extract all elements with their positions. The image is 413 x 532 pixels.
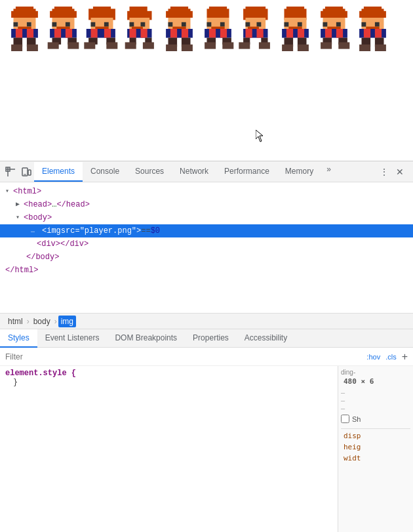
ellipsis-button[interactable]: … <box>26 226 39 236</box>
svg-rect-108 <box>298 45 309 51</box>
tab-properties[interactable]: Properties <box>185 329 237 348</box>
svg-rect-21 <box>66 22 70 27</box>
svg-rect-87 <box>257 22 262 27</box>
svg-rect-69 <box>182 45 193 51</box>
svg-rect-33 <box>91 22 96 27</box>
tab-console[interactable]: Console <box>83 162 127 182</box>
settings-icon[interactable]: ⋮ <box>376 164 392 180</box>
svg-rect-28 <box>48 42 59 49</box>
element-style-label: element.style { <box>5 369 76 378</box>
svg-rect-55 <box>143 42 154 49</box>
attr-src-val: "player.png" <box>80 225 136 237</box>
dash2: – <box>341 396 410 404</box>
sprite-9 <box>316 7 352 51</box>
sprite-6 <box>200 7 236 51</box>
svg-rect-121 <box>321 42 332 49</box>
svg-rect-77 <box>209 29 216 38</box>
sprite-4 <box>123 7 159 51</box>
cls-button[interactable]: .cls <box>385 353 397 361</box>
tab-performance[interactable]: Performance <box>216 162 277 182</box>
svg-rect-76 <box>205 29 231 38</box>
html-tag: <html> <box>13 186 41 197</box>
tab-elements[interactable]: Elements <box>34 162 83 182</box>
triangle-head[interactable]: ▶ <box>16 199 24 211</box>
svg-rect-103 <box>286 29 293 38</box>
svg-rect-88 <box>248 27 259 29</box>
svg-rect-71 <box>207 9 229 18</box>
css-props-section: disp heig widt <box>341 428 410 462</box>
hov-button[interactable]: :hov <box>366 353 380 361</box>
bottom-panel: Styles Event Listeners DOM Breakpoints P… <box>0 329 413 532</box>
svg-rect-18 <box>50 11 77 18</box>
tab-memory[interactable]: Memory <box>277 162 321 182</box>
tab-sources[interactable]: Sources <box>127 162 172 182</box>
tab-dom-breakpoints[interactable]: DOM Breakpoints <box>107 329 185 348</box>
sprite-3 <box>84 7 120 51</box>
dom-body-open[interactable]: ▾ <body> <box>0 211 413 224</box>
svg-rect-41 <box>84 42 95 49</box>
svg-rect-136 <box>375 45 386 51</box>
dom-tree[interactable]: ▾ <html> ▶ <head>…</head> ▾ <body> … <im… <box>0 182 413 313</box>
dash1: – <box>341 388 410 396</box>
sprite-2 <box>45 7 81 51</box>
sprite-5 <box>161 7 197 51</box>
svg-rect-113 <box>323 22 328 27</box>
triangle-body[interactable]: ▾ <box>16 212 24 224</box>
svg-rect-117 <box>325 29 332 38</box>
svg-rect-15 <box>27 45 38 51</box>
svg-rect-135 <box>359 45 370 51</box>
svg-rect-101 <box>288 27 302 29</box>
mouse-cursor <box>256 130 266 143</box>
svg-rect-91 <box>257 29 264 38</box>
svg-rect-51 <box>141 29 148 38</box>
svg-rect-20 <box>52 22 57 27</box>
triangle-html[interactable]: ▾ <box>5 186 13 197</box>
svg-rect-129 <box>366 27 379 29</box>
add-style-button[interactable]: + <box>402 351 408 363</box>
dom-html-close[interactable]: </html> <box>0 264 413 277</box>
sprite-10 <box>355 7 391 51</box>
svg-rect-75 <box>211 27 224 29</box>
svg-rect-48 <box>132 27 143 29</box>
body-close-tag: </body> <box>26 251 59 263</box>
breadcrumb-html[interactable]: html <box>5 316 26 327</box>
styles-toolbar: :hov .cls + <box>0 348 413 366</box>
dom-div-empty[interactable]: <div></div> <box>0 237 413 251</box>
head-ellipsis: … <box>52 199 56 211</box>
svg-rect-10 <box>16 29 22 38</box>
svg-rect-34 <box>104 22 109 27</box>
webpage-content <box>0 0 413 161</box>
styles-filter-input[interactable] <box>5 352 361 361</box>
tab-network[interactable]: Network <box>172 162 216 182</box>
svg-rect-50 <box>130 29 136 38</box>
sprite-7 <box>239 7 275 51</box>
svg-rect-68 <box>166 45 177 51</box>
tab-accessibility[interactable]: Accessibility <box>237 329 295 348</box>
dom-head[interactable]: ▶ <head>…</head> <box>0 198 413 211</box>
head-tag: <head> <box>24 199 52 211</box>
svg-rect-142 <box>28 170 31 175</box>
dom-img[interactable]: … <img src="player.png"> == $0 <box>0 224 413 237</box>
device-toolbar-icon[interactable] <box>18 164 34 180</box>
svg-rect-78 <box>220 29 227 38</box>
inspect-element-icon[interactable] <box>3 164 18 180</box>
breadcrumb-body[interactable]: body <box>31 316 53 327</box>
dom-body-close[interactable]: </body> <box>0 251 413 264</box>
breadcrumb-img[interactable]: img <box>58 316 76 327</box>
tab-event-listeners[interactable]: Event Listeners <box>37 329 108 348</box>
svg-rect-99 <box>285 22 289 27</box>
tab-styles[interactable]: Styles <box>0 329 37 348</box>
tabs-overflow-button[interactable]: » <box>321 162 336 182</box>
svg-marker-137 <box>256 130 263 142</box>
dash3: – <box>341 404 410 412</box>
svg-rect-90 <box>246 29 252 38</box>
styles-left: element.style { } <box>0 366 338 532</box>
close-devtools-icon[interactable]: ✕ <box>392 164 408 180</box>
dom-html[interactable]: ▾ <html> <box>0 185 413 198</box>
svg-rect-47 <box>141 22 146 27</box>
svg-rect-127 <box>362 22 366 27</box>
svg-rect-36 <box>87 29 115 38</box>
dollar-zero: $0 <box>151 225 160 237</box>
show-checkbox[interactable] <box>341 415 349 423</box>
svg-rect-100 <box>298 22 302 27</box>
